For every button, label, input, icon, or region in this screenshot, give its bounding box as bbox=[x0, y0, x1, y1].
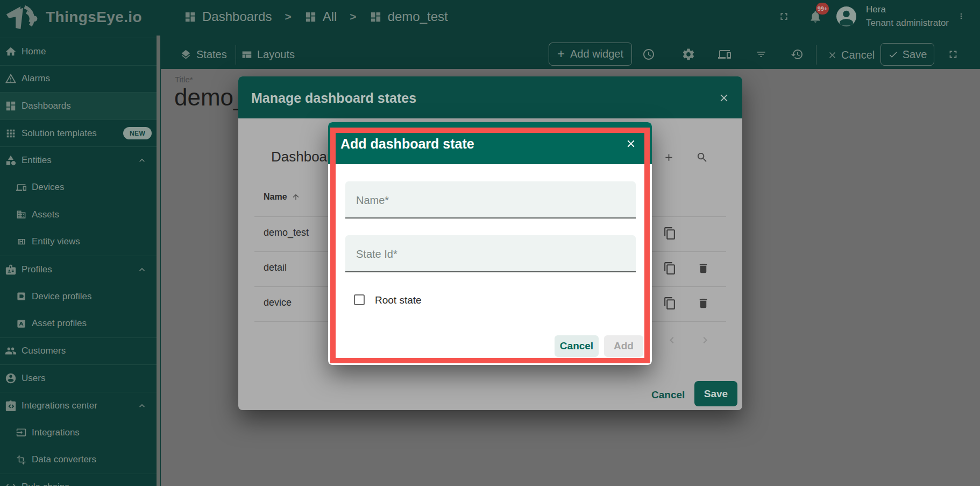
building-icon bbox=[16, 209, 26, 220]
add-dashboard-state-dialog: Add dashboard state Name* State Id* Root… bbox=[328, 122, 652, 365]
sort-arrow-up-icon bbox=[292, 193, 300, 201]
delete-icon[interactable] bbox=[697, 262, 709, 275]
badge-icon bbox=[5, 264, 17, 276]
column-header-name[interactable]: Name bbox=[264, 192, 300, 202]
manage-cancel-button[interactable]: Cancel bbox=[651, 389, 685, 401]
sidebar-item-assets[interactable]: Assets bbox=[0, 201, 157, 229]
fullscreen-icon[interactable] bbox=[778, 11, 790, 22]
category-icon bbox=[5, 154, 17, 166]
rule-chain-icon bbox=[5, 481, 17, 486]
toolbar-cancel-label: Cancel bbox=[841, 49, 875, 61]
sidebar-item-asset-profiles[interactable]: Asset profiles bbox=[0, 310, 157, 337]
add-dialog-add-button[interactable]: Add bbox=[604, 335, 643, 357]
sidebar-item-customers[interactable]: Customers bbox=[0, 337, 157, 365]
devices-icon bbox=[16, 182, 26, 193]
state-row-name: device bbox=[264, 297, 292, 308]
sidebar-scrollbar[interactable] bbox=[157, 36, 160, 486]
home-icon bbox=[5, 46, 17, 58]
search-icon[interactable] bbox=[696, 151, 708, 164]
name-field[interactable]: Name* bbox=[345, 181, 636, 219]
filter-icon[interactable] bbox=[755, 49, 768, 60]
account-circle-icon bbox=[5, 372, 17, 384]
toolbar-cancel-button[interactable]: Cancel bbox=[827, 49, 875, 61]
user-role: Tenant administrator bbox=[866, 18, 949, 29]
delete-icon[interactable] bbox=[697, 297, 709, 310]
toolbar-save-label: Save bbox=[903, 48, 927, 61]
chevron-up-icon[interactable] bbox=[137, 264, 147, 275]
layouts-button[interactable]: Layouts bbox=[241, 48, 295, 61]
state-row-name: demo_test bbox=[264, 227, 309, 238]
title-field-label: Title* bbox=[175, 75, 193, 84]
integration-icon bbox=[5, 400, 17, 412]
sidebar-item-data-converters[interactable]: Data converters bbox=[0, 446, 157, 474]
page-previous-icon[interactable] bbox=[665, 334, 678, 347]
dashboard-icon bbox=[370, 11, 382, 23]
add-state-icon[interactable] bbox=[663, 152, 674, 163]
page-next-icon[interactable] bbox=[699, 334, 712, 347]
states-button[interactable]: States bbox=[180, 48, 227, 61]
add-dialog-title: Add dashboard state bbox=[340, 136, 474, 152]
sidebar-item-users[interactable]: Users bbox=[0, 364, 157, 392]
new-badge: NEW bbox=[123, 127, 152, 139]
sidebar-item-devices[interactable]: Devices bbox=[0, 174, 157, 201]
sidebar-item-entity-views[interactable]: Entity views bbox=[0, 228, 157, 256]
sidebar-item-alarms[interactable]: Alarms bbox=[0, 65, 157, 93]
dashboard-icon bbox=[304, 11, 317, 23]
device-profile-icon bbox=[16, 291, 26, 301]
close-icon[interactable] bbox=[625, 138, 637, 150]
chevron-up-icon[interactable] bbox=[137, 400, 147, 411]
input-icon bbox=[16, 427, 26, 438]
brand-logo[interactable]: ThingsEye.io bbox=[5, 4, 142, 31]
copy-icon[interactable] bbox=[663, 262, 677, 275]
avatar[interactable] bbox=[836, 6, 856, 26]
root-state-checkbox[interactable] bbox=[354, 294, 365, 305]
breadcrumb-demo-test[interactable]: demo_test bbox=[370, 9, 448, 24]
layers-icon bbox=[180, 49, 191, 60]
breadcrumb: Dashboards > All > demo_test bbox=[184, 0, 448, 33]
state-id-field[interactable]: State Id* bbox=[345, 235, 636, 272]
view-quilt-icon bbox=[16, 237, 26, 247]
root-state-label: Root state bbox=[375, 294, 422, 306]
add-widget-label: Add widget bbox=[570, 48, 623, 60]
breadcrumb-all[interactable]: All bbox=[304, 9, 337, 24]
breadcrumb-label: Dashboards bbox=[202, 9, 272, 24]
people-icon bbox=[5, 345, 17, 357]
sidebar-item-home[interactable]: Home bbox=[0, 38, 157, 65]
sidebar-item-dashboards[interactable]: Dashboards bbox=[0, 92, 157, 119]
breadcrumb-dashboards[interactable]: Dashboards bbox=[184, 9, 272, 24]
more-vert-icon[interactable] bbox=[957, 9, 965, 23]
warning-icon bbox=[5, 73, 17, 84]
history-icon[interactable] bbox=[791, 48, 804, 61]
add-dialog-cancel-button[interactable]: Cancel bbox=[555, 335, 599, 357]
fullscreen-icon[interactable] bbox=[947, 48, 959, 60]
close-icon[interactable] bbox=[718, 92, 730, 104]
asset-profile-icon bbox=[16, 319, 26, 329]
clock-icon[interactable] bbox=[642, 48, 655, 61]
copy-icon[interactable] bbox=[663, 297, 677, 310]
state-row-name: detail bbox=[264, 262, 287, 273]
user-name: Hera bbox=[866, 4, 886, 15]
sidebar-item-solution-templates[interactable]: Solution templates NEW bbox=[0, 119, 157, 147]
sidebar-item-profiles[interactable]: Profiles bbox=[0, 256, 157, 283]
toolbar-save-button[interactable]: Save bbox=[880, 43, 934, 66]
toolbar-separator bbox=[236, 45, 236, 65]
name-field-label: Name* bbox=[356, 194, 389, 207]
apps-grid-icon bbox=[5, 128, 17, 139]
add-widget-button[interactable]: + Add widget bbox=[549, 43, 632, 66]
close-icon bbox=[827, 50, 837, 60]
copy-icon[interactable] bbox=[663, 227, 677, 240]
manage-save-button[interactable]: Save bbox=[694, 381, 737, 406]
sidebar-item-device-profiles[interactable]: Device profiles bbox=[0, 283, 157, 310]
breadcrumb-separator: > bbox=[350, 10, 356, 23]
sidebar-item-integrations-center[interactable]: Integrations center bbox=[0, 392, 157, 419]
manage-dialog-title: Manage dashboard states bbox=[251, 90, 416, 106]
layouts-label: Layouts bbox=[257, 48, 295, 61]
devices-layout-icon[interactable] bbox=[717, 48, 732, 61]
check-icon bbox=[888, 50, 898, 60]
sidebar-item-entities[interactable]: Entities bbox=[0, 146, 157, 174]
sidebar-item-rule-chains[interactable]: Rule chains bbox=[0, 474, 157, 486]
chevron-up-icon[interactable] bbox=[137, 155, 147, 166]
sidebar-item-integrations[interactable]: Integrations bbox=[0, 419, 157, 446]
gear-icon[interactable] bbox=[681, 47, 695, 61]
breadcrumb-label: All bbox=[323, 9, 337, 24]
